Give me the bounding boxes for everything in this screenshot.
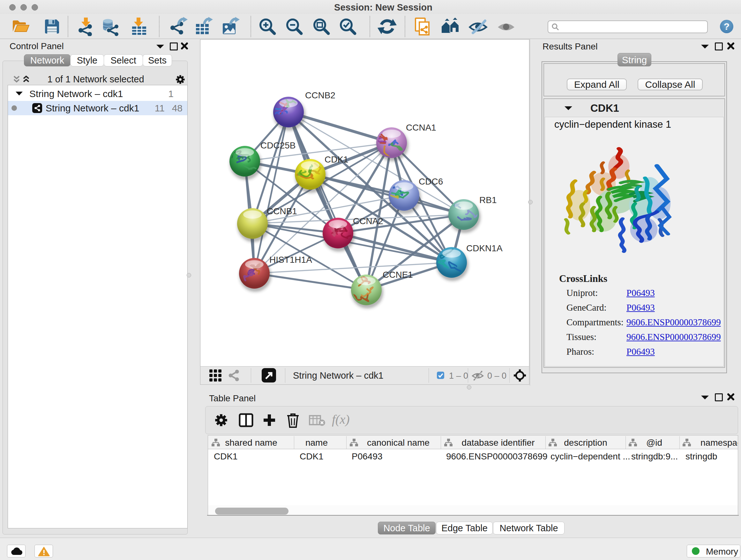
svg-text:CCNB2: CCNB2 xyxy=(305,90,335,100)
svg-text:CCNA1: CCNA1 xyxy=(406,123,436,132)
svg-text:CDK1: CDK1 xyxy=(325,154,348,165)
svg-text:CCNB1: CCNB1 xyxy=(267,206,297,216)
svg-text:RB1: RB1 xyxy=(479,195,496,205)
svg-text:CCNA2: CCNA2 xyxy=(353,216,383,226)
svg-text:CCNE1: CCNE1 xyxy=(383,270,413,280)
svg-text:CDC25B: CDC25B xyxy=(260,140,295,150)
svg-text:HIST1H1A: HIST1H1A xyxy=(269,255,312,265)
svg-text:CDC6: CDC6 xyxy=(419,177,443,186)
svg-text:CDKN1A: CDKN1A xyxy=(466,243,502,253)
